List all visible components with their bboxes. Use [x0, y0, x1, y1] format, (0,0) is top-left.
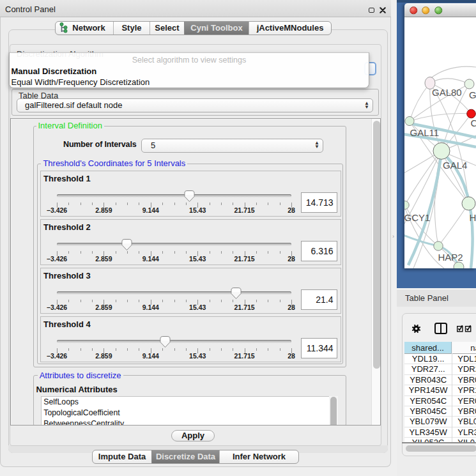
svg-text:GAL11: GAL11 [410, 127, 440, 138]
svg-text:GAL4: GAL4 [443, 160, 467, 171]
svg-text:HA: HA [470, 212, 476, 223]
svg-text:GAL80: GAL80 [432, 87, 462, 98]
svg-text:C: C [471, 118, 476, 128]
svg-text:GA: GA [469, 89, 476, 100]
svg-text:HAP2: HAP2 [438, 252, 463, 263]
svg-text:GCY1: GCY1 [404, 212, 430, 223]
